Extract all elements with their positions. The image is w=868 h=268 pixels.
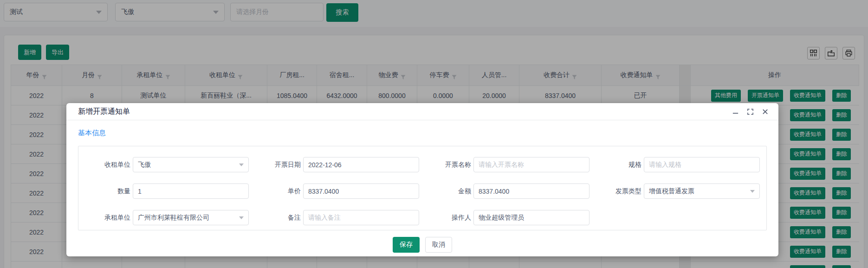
modal-form-row: 承租单位广州市利莱鞋楦有限公司备注请输入备注操作人物业超级管理员 xyxy=(81,204,766,231)
page: 测试 飞傲 请选择月份 搜索 新增 导出 年份月份承租单位收租单位厂房租...宿… xyxy=(0,0,868,268)
modal-footer: 保存 取消 xyxy=(66,237,778,253)
field-value: 飞傲 xyxy=(138,161,151,169)
field-label: 金额 xyxy=(421,187,473,196)
field-placeholder: 请输入备注 xyxy=(308,214,341,222)
fullscreen-icon[interactable] xyxy=(746,107,754,116)
chevron-down-icon xyxy=(239,163,244,166)
quantity-input[interactable]: 1 xyxy=(133,183,249,199)
field-value: 2022-12-06 xyxy=(308,161,342,169)
rent-collect-unit-select[interactable]: 飞傲 xyxy=(133,157,249,172)
field-placeholder: 请输入规格 xyxy=(649,161,681,169)
modal-window-icons xyxy=(731,107,769,116)
field-label: 数量 xyxy=(81,187,133,196)
field-label: 承租单位 xyxy=(81,214,133,222)
field-group-rent-collect-unit-select: 收租单位飞傲 xyxy=(81,157,251,172)
modal-form-box: 收租单位飞傲开票日期2022-12-06开票名称请输入开票名称规格请输入规格数量… xyxy=(78,146,767,230)
field-group-invoice-date-input: 开票日期2022-12-06 xyxy=(251,157,421,172)
invoice-date-input[interactable]: 2022-12-06 xyxy=(303,157,419,172)
save-button[interactable]: 保存 xyxy=(393,237,420,253)
field-value: 物业超级管理员 xyxy=(479,214,524,222)
cancel-button[interactable]: 取消 xyxy=(425,237,452,253)
modal-form-row: 数量1单价8337.0400金额8337.0400发票类型增值税普通发票 xyxy=(81,178,766,204)
field-label: 开票名称 xyxy=(421,161,473,169)
field-group-operator-input: 操作人物业超级管理员 xyxy=(421,210,592,225)
modal-form-row: 收租单位飞傲开票日期2022-12-06开票名称请输入开票名称规格请输入规格 xyxy=(81,151,766,178)
field-label: 规格 xyxy=(592,161,644,169)
minimize-icon[interactable] xyxy=(731,107,739,116)
field-value: 8337.0400 xyxy=(308,188,339,195)
invoice-type-select[interactable]: 增值税普通发票 xyxy=(644,183,760,199)
field-group-invoice-name-input: 开票名称请输入开票名称 xyxy=(421,157,592,172)
field-value: 8337.0400 xyxy=(479,188,509,195)
field-label: 发票类型 xyxy=(592,187,644,196)
amount-input[interactable]: 8337.0400 xyxy=(473,183,589,199)
field-label: 操作人 xyxy=(421,214,473,222)
field-value: 1 xyxy=(138,188,142,195)
field-placeholder: 请输入开票名称 xyxy=(479,161,524,169)
spec-input[interactable]: 请输入规格 xyxy=(644,157,760,172)
unit-price-input[interactable]: 8337.0400 xyxy=(303,183,419,199)
field-group-amount-input: 金额8337.0400 xyxy=(421,183,592,199)
field-label: 开票日期 xyxy=(251,161,303,169)
field-group-tenant-unit-select: 承租单位广州市利莱鞋楦有限公司 xyxy=(81,210,251,225)
chevron-down-icon xyxy=(239,216,244,219)
remark-input[interactable]: 请输入备注 xyxy=(303,210,419,225)
invoice-notice-modal: 新增开票通知单 基本信息 收租单位飞傲开票日期2022-12-06开票名称请输入… xyxy=(66,103,778,256)
modal-title: 新增开票通知单 xyxy=(78,107,130,117)
field-label: 收租单位 xyxy=(81,161,133,169)
modal-header: 新增开票通知单 xyxy=(66,103,778,120)
field-group-spec-input: 规格请输入规格 xyxy=(592,157,762,172)
tenant-unit-select[interactable]: 广州市利莱鞋楦有限公司 xyxy=(133,210,249,225)
field-value: 广州市利莱鞋楦有限公司 xyxy=(138,214,209,222)
field-group-quantity-input: 数量1 xyxy=(81,183,251,199)
field-label: 备注 xyxy=(251,214,303,222)
section-title-basic-info: 基本信息 xyxy=(78,129,106,137)
operator-input[interactable]: 物业超级管理员 xyxy=(473,210,589,225)
field-label: 单价 xyxy=(251,187,303,196)
field-group-remark-input: 备注请输入备注 xyxy=(251,210,421,225)
field-group-unit-price-input: 单价8337.0400 xyxy=(251,183,421,199)
chevron-down-icon xyxy=(750,190,755,193)
field-value: 增值税普通发票 xyxy=(649,187,694,196)
close-icon[interactable] xyxy=(761,107,769,116)
field-group-invoice-type-select: 发票类型增值税普通发票 xyxy=(592,183,762,199)
invoice-name-input[interactable]: 请输入开票名称 xyxy=(473,157,589,172)
